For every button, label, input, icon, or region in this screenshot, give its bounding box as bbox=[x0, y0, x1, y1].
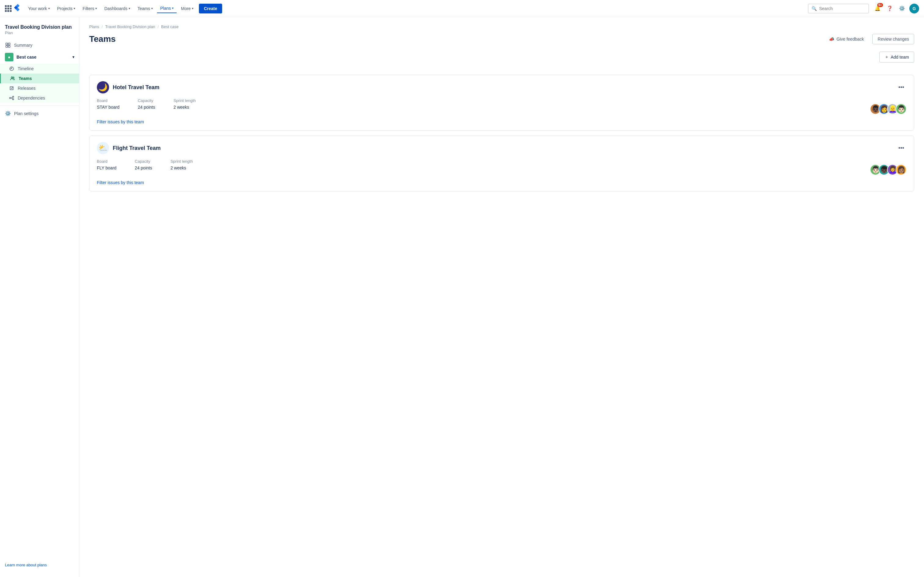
sidebar-item-timeline[interactable]: Timeline bbox=[0, 64, 79, 74]
filter-issues-link[interactable]: Filter issues by this team bbox=[97, 180, 144, 185]
nav-icons: 🔔 9+ ❓ ⚙️ G bbox=[873, 4, 919, 13]
dashboards-nav[interactable]: Dashboards ▾ bbox=[101, 4, 133, 13]
chevron-down-icon: ▾ bbox=[95, 7, 97, 10]
member-avatar: 👨🏻 bbox=[896, 103, 906, 114]
team-menu-button[interactable]: ••• bbox=[896, 144, 906, 153]
sidebar-footer: Learn more about plans bbox=[0, 558, 79, 572]
chevron-down-icon: ▾ bbox=[73, 55, 74, 59]
search-icon: 🔍 bbox=[812, 6, 817, 11]
capacity-label: Capacity bbox=[138, 98, 155, 103]
timeline-icon bbox=[8, 66, 15, 71]
svg-point-9 bbox=[13, 98, 14, 100]
team-name: Hotel Travel Team bbox=[113, 84, 896, 91]
team-members: 👨🏻👦🏿👩‍🦱👩🏽 bbox=[870, 164, 906, 175]
user-avatar[interactable]: G bbox=[909, 4, 919, 13]
plans-nav[interactable]: Plans ▾ bbox=[157, 4, 177, 13]
sidebar-item-teams[interactable]: Teams bbox=[0, 74, 79, 83]
help-button[interactable]: ❓ bbox=[885, 4, 895, 13]
team-capacity-col: Capacity 24 points bbox=[138, 98, 155, 110]
settings-gear-icon: ⚙️ bbox=[899, 5, 905, 11]
search-input[interactable] bbox=[819, 6, 862, 11]
releases-label: Releases bbox=[18, 86, 36, 91]
top-navigation: Your work ▾ Projects ▾ Filters ▾ Dashboa… bbox=[0, 0, 924, 17]
svg-rect-3 bbox=[8, 45, 10, 47]
sidebar-sub-items: Timeline Teams bbox=[0, 64, 79, 103]
team-details: Board FLY board Capacity 24 points Sprin… bbox=[97, 159, 193, 170]
sprint-length-value: 2 weeks bbox=[174, 105, 196, 110]
your-work-nav[interactable]: Your work ▾ bbox=[25, 4, 53, 13]
projects-nav[interactable]: Projects ▾ bbox=[54, 4, 79, 13]
dependencies-icon bbox=[8, 95, 15, 100]
team-menu-button[interactable]: ••• bbox=[896, 83, 906, 92]
teams-icon bbox=[10, 76, 16, 81]
main-content: Plans / Travel Booking Division plan / B… bbox=[79, 17, 924, 577]
header-actions: 📣 Give feedback Review changes bbox=[824, 34, 914, 44]
svg-point-6 bbox=[13, 77, 14, 78]
create-button[interactable]: Create bbox=[199, 4, 222, 13]
sidebar-summary-label: Summary bbox=[14, 43, 32, 48]
jira-logo-icon bbox=[14, 4, 21, 13]
settings-button[interactable]: ⚙️ bbox=[897, 4, 907, 13]
megaphone-icon: 📣 bbox=[829, 37, 834, 42]
chevron-down-icon: ▾ bbox=[192, 7, 194, 10]
board-value: STAY board bbox=[97, 105, 120, 110]
summary-icon bbox=[5, 42, 11, 48]
capacity-label: Capacity bbox=[135, 159, 152, 164]
filter-issues-link[interactable]: Filter issues by this team bbox=[97, 119, 144, 124]
sidebar-plan-title: Travel Booking Division plan bbox=[5, 24, 74, 30]
page-layout: Travel Booking Division plan Plan Summar… bbox=[0, 17, 924, 577]
board-label: Board bbox=[97, 159, 116, 164]
page-header: Teams 📣 Give feedback Review changes bbox=[89, 34, 914, 44]
team-members: 👨🏿👩👱‍♀️👨🏻 bbox=[870, 103, 906, 114]
review-changes-button[interactable]: Review changes bbox=[872, 34, 914, 44]
svg-rect-0 bbox=[6, 43, 8, 45]
team-sprint-col: Sprint length 2 weeks bbox=[171, 159, 193, 170]
more-nav[interactable]: More ▾ bbox=[178, 4, 197, 13]
add-team-button[interactable]: ＋ Add team bbox=[879, 52, 914, 63]
svg-point-5 bbox=[11, 77, 13, 79]
sidebar-item-releases[interactable]: Releases bbox=[0, 83, 79, 93]
give-feedback-button[interactable]: 📣 Give feedback bbox=[824, 34, 869, 44]
svg-rect-2 bbox=[6, 45, 8, 47]
timeline-label: Timeline bbox=[18, 66, 34, 71]
sidebar-item-dependencies[interactable]: Dependencies bbox=[0, 93, 79, 103]
learn-more-link[interactable]: Learn more about plans bbox=[5, 562, 47, 567]
plan-settings-icon: ⚙️ bbox=[5, 111, 11, 116]
capacity-value: 24 points bbox=[138, 105, 155, 110]
breadcrumb: Plans / Travel Booking Division plan / B… bbox=[89, 24, 914, 29]
team-name: Flight Travel Team bbox=[113, 145, 896, 152]
chevron-down-icon: ▾ bbox=[129, 7, 130, 10]
sidebar-item-summary[interactable]: Summary bbox=[0, 40, 79, 50]
teams-label: Teams bbox=[19, 76, 32, 81]
team-avatar-icon: 🌙 bbox=[97, 81, 109, 93]
svg-point-8 bbox=[13, 96, 14, 97]
app-grid-icon[interactable] bbox=[5, 5, 11, 12]
logo-area bbox=[5, 4, 21, 13]
releases-icon bbox=[8, 86, 15, 91]
sprint-length-label: Sprint length bbox=[171, 159, 193, 164]
breadcrumb-plans[interactable]: Plans bbox=[89, 24, 99, 29]
chevron-down-icon: ▾ bbox=[151, 7, 153, 10]
breadcrumb-plan-name[interactable]: Travel Booking Division plan bbox=[105, 24, 155, 29]
member-avatar: 👩🏽 bbox=[896, 164, 906, 175]
dependencies-label: Dependencies bbox=[18, 95, 45, 100]
team-card: 🌙 Hotel Travel Team ••• Board STAY board… bbox=[89, 75, 914, 131]
page-title: Teams bbox=[89, 34, 824, 44]
chevron-down-icon: ▾ bbox=[172, 6, 174, 10]
sidebar-nav: Summary ● Best case ▾ Timeline bbox=[0, 40, 79, 558]
team-card-header: ⛅ Flight Travel Team ••• bbox=[97, 142, 906, 154]
add-team-row: ＋ Add team bbox=[89, 52, 914, 69]
team-card: ⛅ Flight Travel Team ••• Board FLY board… bbox=[89, 135, 914, 192]
notifications-button[interactable]: 🔔 9+ bbox=[873, 4, 882, 13]
chevron-down-icon: ▾ bbox=[48, 7, 50, 10]
breadcrumb-separator: / bbox=[102, 24, 103, 29]
team-capacity-col: Capacity 24 points bbox=[135, 159, 152, 170]
team-card-header: 🌙 Hotel Travel Team ••• bbox=[97, 81, 906, 93]
notification-badge: 9+ bbox=[877, 3, 883, 7]
sidebar-item-plan-settings[interactable]: ⚙️ Plan settings bbox=[0, 108, 79, 119]
teams-nav[interactable]: Teams ▾ bbox=[134, 4, 156, 13]
sidebar-best-case-header[interactable]: ● Best case ▾ bbox=[0, 50, 79, 64]
teams-list: 🌙 Hotel Travel Team ••• Board STAY board… bbox=[89, 75, 914, 192]
filters-nav[interactable]: Filters ▾ bbox=[79, 4, 100, 13]
search-box[interactable]: 🔍 bbox=[808, 4, 869, 13]
